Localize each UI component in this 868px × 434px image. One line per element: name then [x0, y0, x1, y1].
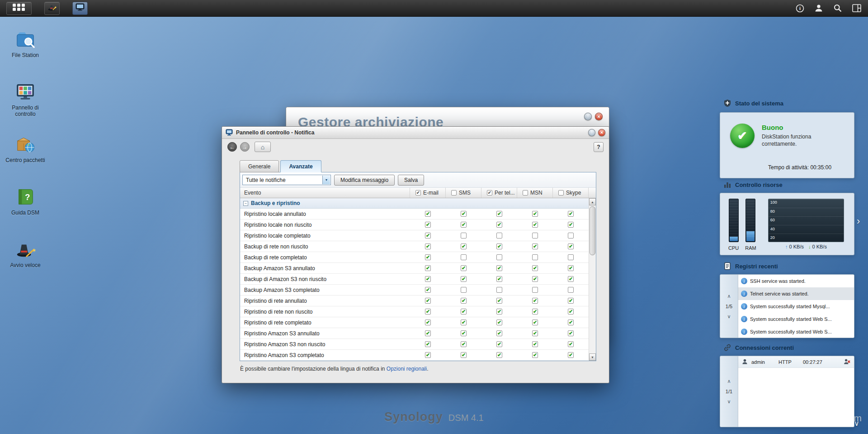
log-entry[interactable]: iSystem successfully started Mysql...	[738, 300, 854, 313]
checked-checkbox[interactable]: ✔	[496, 330, 502, 336]
checked-checkbox[interactable]: ✔	[425, 320, 431, 325]
checked-checkbox[interactable]: ✔	[425, 254, 431, 260]
checked-checkbox[interactable]: ✔	[496, 276, 502, 282]
column-checkbox[interactable]	[523, 190, 528, 196]
checked-checkbox[interactable]: ✔	[532, 320, 538, 325]
desktop-icon-package-center[interactable]: Centro pacchetti	[3, 134, 48, 186]
checked-checkbox[interactable]: ✔	[496, 309, 502, 315]
table-row[interactable]: Backup di rete non riuscito✔✔✔✔✔	[240, 241, 589, 252]
home-button[interactable]: ⌂	[255, 142, 271, 152]
checked-checkbox[interactable]: ✔	[568, 341, 574, 347]
checked-checkbox[interactable]: ✔	[425, 276, 431, 282]
checked-checkbox[interactable]: ✔	[425, 265, 431, 271]
table-row[interactable]: Backup Amazon S3 completato✔	[240, 285, 589, 296]
page-up-icon[interactable]: ∧	[727, 294, 731, 299]
checked-checkbox[interactable]: ✔	[568, 211, 574, 217]
unchecked-checkbox[interactable]	[568, 233, 574, 238]
checked-checkbox[interactable]: ✔	[425, 298, 431, 304]
minimize-button[interactable]	[588, 129, 595, 136]
unchecked-checkbox[interactable]	[496, 287, 502, 293]
checked-checkbox[interactable]: ✔	[496, 211, 502, 217]
table-row[interactable]: Ripristino locale annullato✔✔✔✔✔	[240, 209, 589, 219]
scroll-down-icon[interactable]: ▼	[589, 353, 596, 361]
checked-checkbox[interactable]: ✔	[425, 330, 431, 336]
column-checkbox[interactable]	[558, 190, 564, 196]
close-button[interactable]: ✕	[595, 113, 603, 120]
checked-checkbox[interactable]: ✔	[568, 243, 574, 249]
checked-checkbox[interactable]: ✔	[568, 298, 574, 304]
checked-checkbox[interactable]: ✔	[568, 222, 574, 228]
checked-checkbox[interactable]: ✔	[425, 222, 431, 228]
main-menu-button[interactable]	[6, 2, 32, 15]
unchecked-checkbox[interactable]	[496, 233, 502, 238]
checked-checkbox[interactable]: ✔	[425, 352, 431, 358]
unchecked-checkbox[interactable]	[461, 287, 467, 293]
search-icon[interactable]	[833, 3, 843, 13]
unchecked-checkbox[interactable]	[461, 233, 467, 238]
checked-checkbox[interactable]: ✔	[461, 265, 467, 271]
table-row[interactable]: Ripristino di rete non riuscito✔✔✔✔✔	[240, 306, 589, 317]
table-row[interactable]: Ripristino Amazon S3 annullato✔✔✔✔✔	[240, 328, 589, 339]
checked-checkbox[interactable]: ✔	[532, 341, 538, 347]
checked-checkbox[interactable]: ✔	[461, 211, 467, 217]
checked-checkbox[interactable]: ✔	[425, 211, 431, 217]
checked-checkbox[interactable]: ✔	[532, 222, 538, 228]
unchecked-checkbox[interactable]	[532, 233, 538, 238]
log-entry[interactable]: iSystem successfully started Web S...	[738, 325, 854, 338]
table-row[interactable]: Backup Amazon S3 annullato✔✔✔✔✔	[240, 263, 589, 274]
page-down-icon[interactable]: ∨	[727, 314, 731, 319]
column-checkbox[interactable]	[451, 190, 457, 196]
user-icon[interactable]	[814, 3, 824, 13]
unchecked-checkbox[interactable]	[532, 287, 538, 293]
checked-checkbox[interactable]: ✔	[568, 352, 574, 358]
checked-checkbox[interactable]: ✔	[496, 298, 502, 304]
checked-checkbox[interactable]: ✔	[425, 233, 431, 238]
checked-checkbox[interactable]: ✔	[461, 341, 467, 347]
taskbar-window-button[interactable]	[72, 2, 88, 15]
checked-checkbox[interactable]: ✔	[496, 341, 502, 347]
edit-message-button[interactable]: Modifica messaggio	[334, 175, 395, 186]
desktop-icon-dsm-help[interactable]: ?Guida DSM	[3, 186, 48, 239]
checked-checkbox[interactable]: ✔	[568, 330, 574, 336]
checked-checkbox[interactable]: ✔	[568, 320, 574, 325]
tab-avanzate[interactable]: Avanzate	[280, 160, 321, 172]
log-entry[interactable]: iSSH service was started.	[738, 275, 854, 287]
checked-checkbox[interactable]: ✔	[568, 276, 574, 282]
unchecked-checkbox[interactable]	[496, 254, 502, 260]
checked-checkbox[interactable]: ✔	[425, 309, 431, 315]
checked-checkbox[interactable]: ✔	[532, 211, 538, 217]
checked-checkbox[interactable]: ✔	[461, 330, 467, 336]
forward-button[interactable]: →	[240, 142, 250, 152]
unchecked-checkbox[interactable]	[532, 254, 538, 260]
column-checkbox[interactable]: ✔	[487, 190, 492, 196]
table-row[interactable]: Ripristino di rete annullato✔✔✔✔✔	[240, 296, 589, 306]
widgets-panel-icon[interactable]	[852, 3, 862, 13]
close-button[interactable]: ✕	[598, 129, 605, 136]
desktop-icon-control-panel[interactable]: Pannello di controllo	[3, 81, 48, 134]
checked-checkbox[interactable]: ✔	[425, 243, 431, 249]
checked-checkbox[interactable]: ✔	[461, 309, 467, 315]
checked-checkbox[interactable]: ✔	[532, 352, 538, 358]
widgets-scroll-down-icon[interactable]: ∨	[854, 419, 859, 428]
tab-generale[interactable]: Generale	[240, 160, 279, 172]
desktop-icon-file-station[interactable]: File Station	[3, 29, 48, 81]
window-help-button[interactable]: ?	[594, 142, 604, 152]
taskbar-quick-start-button[interactable]	[44, 2, 60, 15]
checked-checkbox[interactable]: ✔	[532, 330, 538, 336]
checked-checkbox[interactable]: ✔	[425, 287, 431, 293]
checked-checkbox[interactable]: ✔	[461, 298, 467, 304]
kick-user-icon[interactable]	[844, 358, 850, 366]
collapse-group-icon[interactable]: −	[243, 201, 248, 206]
connection-row[interactable]: adminHTTP00:27:27	[738, 356, 854, 368]
vertical-scrollbar[interactable]: ▲ ▼	[589, 198, 596, 361]
log-entry[interactable]: iSystem successfully started Web S...	[738, 313, 854, 325]
checked-checkbox[interactable]: ✔	[532, 276, 538, 282]
table-row[interactable]: Backup di rete completato✔	[240, 252, 589, 263]
checked-checkbox[interactable]: ✔	[532, 298, 538, 304]
table-row[interactable]: Ripristino locale non riuscito✔✔✔✔✔	[240, 219, 589, 230]
table-row[interactable]: Ripristino Amazon S3 completato✔✔✔✔✔	[240, 350, 589, 361]
checked-checkbox[interactable]: ✔	[461, 320, 467, 325]
checked-checkbox[interactable]: ✔	[496, 320, 502, 325]
scroll-up-icon[interactable]: ▲	[589, 198, 596, 205]
window-titlebar[interactable]: Pannello di controllo - Notifica ✕	[222, 127, 609, 139]
